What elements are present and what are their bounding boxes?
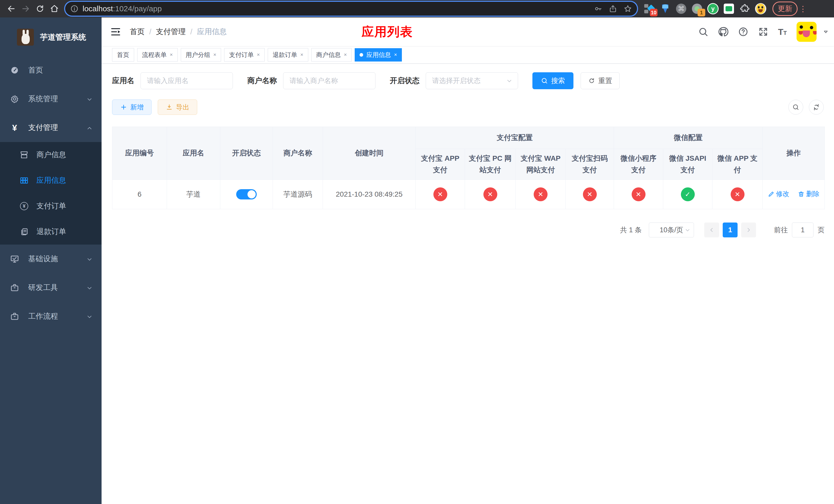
prev-page-button[interactable] bbox=[704, 223, 719, 237]
page-content: 应用名 商户名称 开启状态 请选择开启状态 搜索 重置 新增 bbox=[102, 64, 834, 237]
sidebar-item-merchant[interactable]: 商户信息 bbox=[0, 142, 102, 168]
extension-pinned-tabs-icon[interactable]: 10 bbox=[644, 3, 655, 14]
share-icon[interactable] bbox=[609, 5, 617, 13]
sidebar-item-label: 退款订单 bbox=[37, 227, 66, 237]
next-page-button[interactable] bbox=[741, 223, 756, 237]
chevron-down-icon bbox=[684, 226, 690, 234]
tab-user-group[interactable]: 用户分组× bbox=[181, 48, 221, 62]
tab-process-form[interactable]: 流程表单× bbox=[137, 48, 178, 62]
status-label: 开启状态 bbox=[390, 76, 420, 86]
app-title: 芋道管理系统 bbox=[40, 32, 86, 43]
chevron-down-icon bbox=[86, 283, 93, 292]
close-icon[interactable]: × bbox=[213, 52, 216, 58]
sidebar-item-workflow[interactable]: 工作流程 bbox=[0, 302, 102, 331]
wechat-app-status-icon[interactable]: ✕ bbox=[731, 187, 745, 201]
status-toggle[interactable] bbox=[236, 189, 257, 200]
github-icon[interactable] bbox=[718, 27, 728, 37]
filter-form: 应用名 商户名称 开启状态 请选择开启状态 搜索 重置 bbox=[112, 72, 824, 89]
user-avatar[interactable] bbox=[796, 22, 816, 42]
password-key-icon[interactable] bbox=[594, 5, 602, 13]
delete-button[interactable]: 删除 bbox=[798, 189, 819, 199]
sidebar-fold-icon[interactable] bbox=[110, 26, 121, 37]
pagination-total: 共 1 条 bbox=[620, 225, 642, 234]
search-icon[interactable] bbox=[698, 27, 708, 37]
close-icon[interactable]: × bbox=[394, 52, 397, 58]
sidebar-item-app[interactable]: 应用信息 bbox=[0, 168, 102, 193]
browser-home-button[interactable] bbox=[47, 2, 62, 16]
extension-badge: 1 bbox=[698, 9, 705, 17]
sidebar-item-system[interactable]: 系统管理 bbox=[0, 85, 102, 113]
wechat-mini-status-icon[interactable]: ✕ bbox=[632, 187, 645, 201]
alipay-qr-status-icon[interactable]: ✕ bbox=[583, 187, 597, 201]
extension-pin-icon[interactable] bbox=[660, 3, 671, 14]
browser-forward-button[interactable] bbox=[19, 2, 33, 16]
caret-down-icon[interactable] bbox=[823, 29, 829, 35]
profile-avatar-icon[interactable] bbox=[755, 3, 766, 14]
close-icon[interactable]: × bbox=[344, 52, 347, 58]
yen-icon: ¥ bbox=[10, 123, 19, 132]
breadcrumb-home[interactable]: 首页 bbox=[130, 27, 145, 37]
browser-reload-button[interactable] bbox=[33, 2, 47, 16]
extension-command-icon[interactable]: ⌘ bbox=[676, 3, 687, 14]
alipay-pc-status-icon[interactable]: ✕ bbox=[483, 187, 497, 201]
alipay-app-status-icon[interactable]: ✕ bbox=[433, 187, 447, 201]
tab-refund-order[interactable]: 退款订单× bbox=[268, 48, 308, 62]
col-header-status: 开启状态 bbox=[220, 127, 273, 180]
goto-page-input[interactable] bbox=[792, 223, 813, 237]
close-icon[interactable]: × bbox=[257, 52, 260, 58]
table-row: 6 芋道 芋道源码 2021-10-23 08:49:25 ✕ ✕ ✕ ✕ ✕ … bbox=[112, 180, 825, 209]
export-button[interactable]: 导出 bbox=[158, 99, 197, 115]
extensions-area: 10 ⌘ 1 y bbox=[644, 3, 766, 14]
tab-merchant[interactable]: 商户信息× bbox=[311, 48, 352, 62]
page-size-select[interactable]: 10条/页 bbox=[649, 223, 694, 237]
breadcrumb: 首页 / 支付管理 / 应用信息 bbox=[130, 27, 227, 37]
search-button[interactable]: 搜索 bbox=[532, 72, 573, 89]
browser-back-button[interactable] bbox=[4, 2, 19, 16]
close-icon[interactable]: × bbox=[300, 52, 303, 58]
add-button[interactable]: 新增 bbox=[112, 99, 152, 115]
status-select[interactable]: 请选择开启状态 bbox=[426, 72, 518, 89]
tab-home[interactable]: 首页 bbox=[112, 48, 134, 62]
wechat-jsapi-status-icon[interactable]: ✓ bbox=[681, 187, 695, 201]
sidebar-item-refund-order[interactable]: 退款订单 bbox=[0, 219, 102, 245]
merchant-name-input[interactable] bbox=[283, 72, 375, 89]
cell-actions: 修改 删除 bbox=[763, 180, 825, 209]
extension-chat-icon[interactable] bbox=[723, 3, 734, 14]
col-header-wechat-jsapi: 微信 JSAPI 支付 bbox=[663, 149, 712, 180]
sidebar-item-pay-order[interactable]: ¥ 支付订单 bbox=[0, 193, 102, 219]
toggle-search-button[interactable] bbox=[788, 100, 803, 115]
address-bar[interactable]: localhost:1024/pay/app bbox=[65, 2, 637, 16]
extension-y-icon[interactable]: y bbox=[707, 3, 719, 14]
extensions-puzzle-icon[interactable] bbox=[739, 3, 750, 14]
chevron-down-icon bbox=[86, 255, 93, 263]
page-number-button[interactable]: 1 bbox=[723, 223, 738, 237]
site-info-icon[interactable] bbox=[70, 5, 79, 13]
col-header-wechat-mini: 微信小程序支付 bbox=[614, 149, 663, 180]
sidebar-item-infra[interactable]: 基础设施 bbox=[0, 245, 102, 273]
app-name-input[interactable] bbox=[140, 72, 233, 89]
app-logo[interactable]: 芋道管理系统 bbox=[0, 18, 102, 56]
sidebar-submenu-pay: 商户信息 应用信息 ¥ 支付订单 退款订单 bbox=[0, 142, 102, 245]
edit-button[interactable]: 修改 bbox=[768, 189, 789, 199]
help-icon[interactable] bbox=[738, 27, 748, 37]
font-size-icon[interactable]: TT bbox=[778, 27, 787, 36]
chrome-menu-icon[interactable]: ⋮ bbox=[799, 4, 807, 13]
extension-proxy-icon[interactable]: 1 bbox=[692, 3, 703, 14]
fullscreen-icon[interactable] bbox=[758, 27, 768, 37]
tab-pay-order[interactable]: 支付订单× bbox=[224, 48, 265, 62]
toolbox-icon bbox=[10, 312, 19, 321]
reset-button[interactable]: 重置 bbox=[580, 72, 620, 89]
sidebar-item-pay[interactable]: ¥ 支付管理 bbox=[0, 113, 102, 142]
sidebar-item-devtool[interactable]: 研发工具 bbox=[0, 273, 102, 302]
col-header-wechat-app: 微信 APP 支付 bbox=[712, 149, 763, 180]
sidebar-item-label: 研发工具 bbox=[28, 282, 58, 293]
sidebar-item-label: 商户信息 bbox=[37, 150, 66, 160]
alipay-wap-status-icon[interactable]: ✕ bbox=[534, 187, 548, 201]
tab-app-info[interactable]: 应用信息× bbox=[355, 48, 402, 62]
refresh-table-button[interactable] bbox=[809, 100, 824, 115]
breadcrumb-pay[interactable]: 支付管理 bbox=[156, 27, 186, 37]
close-icon[interactable]: × bbox=[170, 52, 173, 58]
bookmark-star-icon[interactable] bbox=[624, 5, 632, 13]
chrome-update-button[interactable]: 更新 bbox=[772, 2, 797, 16]
sidebar-item-home[interactable]: 首页 bbox=[0, 56, 102, 85]
